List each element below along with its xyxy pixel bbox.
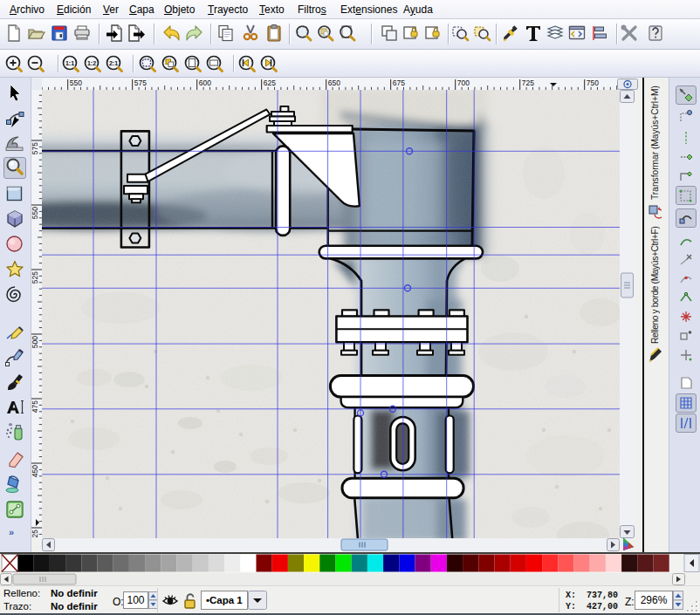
svg-text:550: 550 [70, 79, 82, 87]
svg-text:575: 575 [134, 79, 147, 87]
svg-text:1:1: 1:1 [65, 60, 74, 66]
svg-text:525: 525 [31, 271, 39, 284]
svg-text:700: 700 [457, 79, 470, 87]
svg-text:425: 425 [31, 530, 39, 538]
svg-text:550: 550 [31, 207, 39, 219]
svg-text:475: 475 [31, 400, 39, 413]
svg-text:650: 650 [328, 79, 340, 87]
svg-text:625: 625 [264, 79, 276, 87]
svg-text:2:1: 2:1 [109, 60, 118, 66]
svg-text:750: 750 [587, 79, 599, 87]
svg-text:575: 575 [31, 142, 39, 154]
svg-text:500: 500 [31, 336, 39, 348]
svg-text:600: 600 [199, 79, 211, 87]
svg-text:450: 450 [31, 465, 39, 477]
svg-text:675: 675 [393, 79, 405, 87]
svg-text:725: 725 [522, 79, 534, 87]
svg-text:1:2: 1:2 [87, 60, 96, 66]
